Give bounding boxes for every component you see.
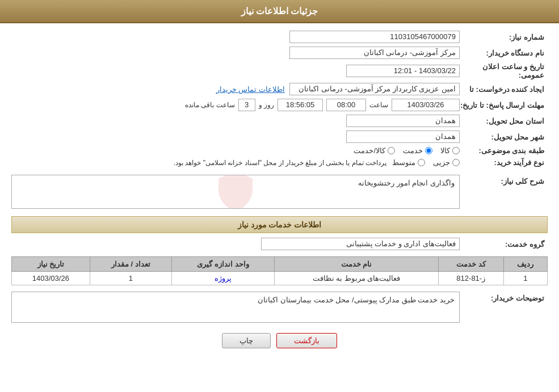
delivery-province-value: همدان [346,115,460,127]
created-by-value: امین عزیزی کاربرداز مرکز آموزشی- درمانی … [289,83,460,95]
buyer-notes-row: توضیحات خریدار: خرید خدمت طبق مدارک پیوس… [11,290,548,324]
col-code: کد خدمت [438,257,503,272]
svg-text:AT: AT [228,186,242,198]
response-date: 1403/03/26 [392,99,460,111]
table-row: 1 ز-81-812 فعالیت‌های مربوط به نظافت پرو… [12,272,548,285]
description-label: شرح کلی نیاز: [460,175,548,186]
purchase-type-jozi-label: جزیی [433,158,450,167]
back-button[interactable]: بازگشت [276,333,337,348]
buyer-notes-label: توضیحات خریدار: [460,292,548,302]
col-quantity: تعداد / مقدار [90,257,171,272]
row-service-name: فعالیت‌های مربوط به نظافت [275,272,438,285]
remaining-time: 18:56:05 [278,99,323,111]
services-table: ردیف کد خدمت نام خدمت واحد اندازه گیری ت… [11,256,548,285]
response-deadline-row: مهلت ارسال پاسخ: تا تاریخ: 1403/03/26 سا… [11,97,548,113]
announce-date-value: 1403/03/22 - 12:01 [346,65,460,77]
print-button[interactable]: چاپ [222,333,271,348]
service-group-row: گروه خدمت: فعالیت‌های اداری و خدمات پشتی… [11,236,548,252]
description-row: شرح کلی نیاز: AT واگذاری انجام امور رختش… [11,173,548,210]
col-name: نام خدمت [275,257,438,272]
main-content: شماره نیاز: 1103105467000079 نام دستگاه … [0,23,559,363]
category-options: کالا خدمت کالا/خدمت [11,146,460,155]
contact-link[interactable]: اطلاعات تماس خریدار [216,85,285,94]
row-code: ز-81-812 [438,272,503,285]
category-kala-label: کالا [440,146,450,155]
col-unit: واحد اندازه گیری [171,257,275,272]
buyer-station-label: نام دستگاه خریدار: [460,49,548,57]
purchase-type-jozi-radio[interactable] [452,159,460,166]
page-title: جزئیات اطلاعات نیاز [241,6,318,16]
remaining-days: 3 [238,99,255,111]
purchase-type-note: پرداخت تمام یا بخشی از مبلغ خریدار از مح… [174,159,386,167]
announce-date-label: تاریخ و ساعت اعلان عمومی: [460,62,548,79]
order-number-label: شماره نیاز: [460,33,548,41]
page-header: جزئیات اطلاعات نیاز [0,0,559,23]
category-kala[interactable]: کالا [440,146,460,155]
category-khedmat-radio[interactable] [425,147,432,154]
buyer-station-value: مرکز آموزشی- درمانی اکباتان [289,47,460,59]
remaining-days-label: روز و [259,101,274,109]
delivery-city-row: شهر محل تحویل: همدان [11,129,548,145]
category-kala-khedmat[interactable]: کالا/خدمت [354,146,395,155]
description-box: AT واگذاری انجام امور رختشویخانه [11,175,460,209]
created-by-row: ایجاد کننده درخواست: تا امین عزیزی کاربر… [11,81,548,97]
category-khedmat-label: خدمت [403,146,423,155]
col-date: تاریخ نیاز [12,257,90,272]
services-section-title: اطلاعات خدمات مورد نیاز [11,216,548,233]
row-date: 1403/03/26 [12,272,90,285]
category-label: طبقه بندی موضوعی: [460,146,548,155]
service-group-value: فعالیت‌های اداری و خدمات پشتیبانی [261,238,460,250]
row-quantity: 1 [90,272,171,285]
purchase-type-row: نوع فرآیند خرید: جزیی متوسط پرداخت تمام … [11,157,548,168]
purchase-type-motavasset-radio[interactable] [418,159,425,166]
announce-date-row: تاریخ و ساعت اعلان عمومی: 1403/03/22 - 1… [11,61,548,81]
delivery-city-label: شهر محل تحویل: [460,133,548,141]
response-deadline-label: مهلت ارسال پاسخ: تا تاریخ: [460,101,548,109]
purchase-type-motavasset[interactable]: متوسط [392,158,425,167]
created-by-label: ایجاد کننده درخواست: تا [460,85,548,94]
buyer-station-row: نام دستگاه خریدار: مرکز آموزشی- درمانی ا… [11,45,548,61]
purchase-type-label: نوع فرآیند خرید: [460,158,548,167]
row-unit: پروژه [171,272,275,285]
order-number-value: 1103105467000079 [289,31,460,43]
row-num: 1 [503,272,547,285]
watermark-area: AT واگذاری انجام امور رختشویخانه [11,175,460,209]
category-kala-khedmat-radio[interactable] [388,147,395,154]
service-group-label: گروه خدمت: [460,240,548,248]
category-kala-khedmat-label: کالا/خدمت [354,146,385,155]
table-header-row: ردیف کد خدمت نام خدمت واحد اندازه گیری ت… [12,257,548,272]
response-time: 08:00 [326,99,366,111]
remaining-suffix: ساعت باقی مانده [185,101,235,109]
delivery-province-row: استان محل تحویل: همدان [11,113,548,129]
response-time-label: ساعت [369,101,388,109]
purchase-type-motavasset-label: متوسط [392,158,415,167]
buyer-notes-box: خرید خدمت طبق مدارک پیوستی/ محل خدمت بیم… [11,292,460,323]
shield-watermark-icon: AT [213,175,258,209]
purchase-type-options: جزیی متوسط [392,158,460,167]
delivery-city-value: همدان [346,130,460,143]
order-number-row: شماره نیاز: 1103105467000079 [11,29,548,45]
delivery-province-label: استان محل تحویل: [460,117,548,125]
category-row: طبقه بندی موضوعی: کالا خدمت کالا/خدمت [11,145,548,157]
category-kala-radio[interactable] [452,147,460,154]
description-value: واگذاری انجام امور رختشویخانه [358,179,455,187]
col-row-num: ردیف [503,257,547,272]
category-khedmat[interactable]: خدمت [403,146,432,155]
purchase-type-jozi[interactable]: جزیی [433,158,460,167]
page-wrapper: جزئیات اطلاعات نیاز شماره نیاز: 11031054… [0,0,559,392]
buyer-notes-value: خرید خدمت طبق مدارک پیوستی/ محل خدمت بیم… [258,296,455,304]
button-group: بازگشت چاپ [11,333,548,348]
